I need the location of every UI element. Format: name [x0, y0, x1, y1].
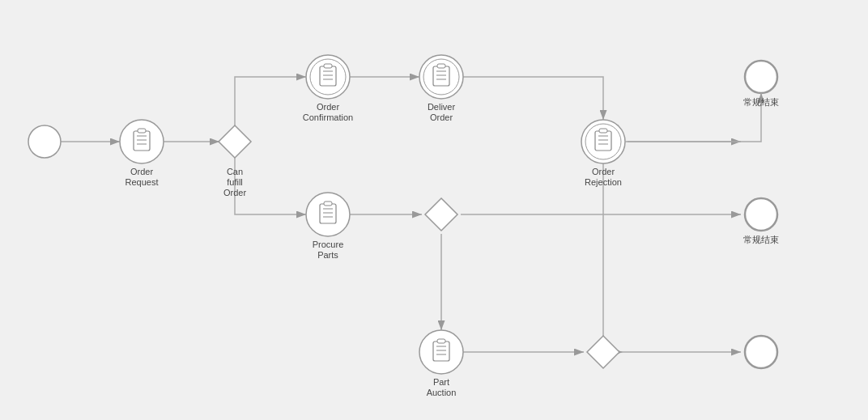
order-confirmation-node[interactable] — [306, 55, 350, 99]
gateway-2[interactable] — [425, 198, 457, 231]
order-request-label2: Request — [126, 177, 159, 187]
edge-rejection-to-end1-fixed — [625, 93, 761, 142]
procure-label2: Parts — [317, 250, 338, 260]
end-event-2[interactable] — [745, 198, 777, 231]
part-auction-node[interactable] — [419, 330, 463, 374]
deliver-clip — [437, 64, 445, 68]
edge-deliver-to-rejection — [463, 77, 603, 120]
order-request-label: Order — [130, 167, 153, 176]
auct-clip — [437, 339, 445, 343]
icon-clip — [138, 129, 146, 133]
order-rejection-node[interactable] — [581, 120, 625, 163]
end-event-1[interactable] — [745, 61, 777, 93]
conf-clip — [324, 64, 332, 68]
edge-gateway-to-confirmation — [235, 77, 306, 125]
part-auction-label2: Auction — [427, 388, 457, 397]
order-conf-label1: Order — [317, 102, 339, 112]
deliver-order-node[interactable] — [419, 55, 463, 99]
gateway-3[interactable] — [587, 336, 619, 368]
bpmn-diagram: Order Request Can fufill Order Order Con… — [0, 0, 868, 420]
rej-clip — [599, 129, 607, 133]
order-request-node[interactable] — [120, 120, 164, 163]
edge-rejection-to-gateway3 — [603, 163, 623, 352]
edge-gateway-to-procure — [235, 158, 306, 214]
deliver-label2: Order — [430, 112, 453, 122]
procure-label1: Procure — [313, 240, 344, 249]
can-fulfill-label3: Order — [223, 188, 246, 197]
order-conf-label2: Confirmation — [303, 112, 353, 122]
procure-parts-node[interactable] — [306, 193, 350, 236]
proc-clip — [324, 202, 332, 206]
end1-label: 常规结束 — [743, 97, 779, 107]
can-fulfill-gateway[interactable] — [219, 125, 251, 158]
end-event-3[interactable] — [745, 336, 777, 368]
can-fulfill-label2: fufill — [227, 177, 243, 187]
end2-label: 常规结束 — [743, 235, 779, 244]
deliver-label1: Deliver — [428, 102, 456, 112]
rejection-label1: Order — [592, 167, 615, 176]
rejection-label2: Rejection — [585, 177, 622, 187]
can-fulfill-label1: Can — [227, 167, 243, 176]
part-auction-label1: Part — [433, 377, 449, 387]
diagram-canvas: Order Request Can fufill Order Order Con… — [0, 0, 868, 420]
start-event[interactable] — [28, 125, 61, 158]
